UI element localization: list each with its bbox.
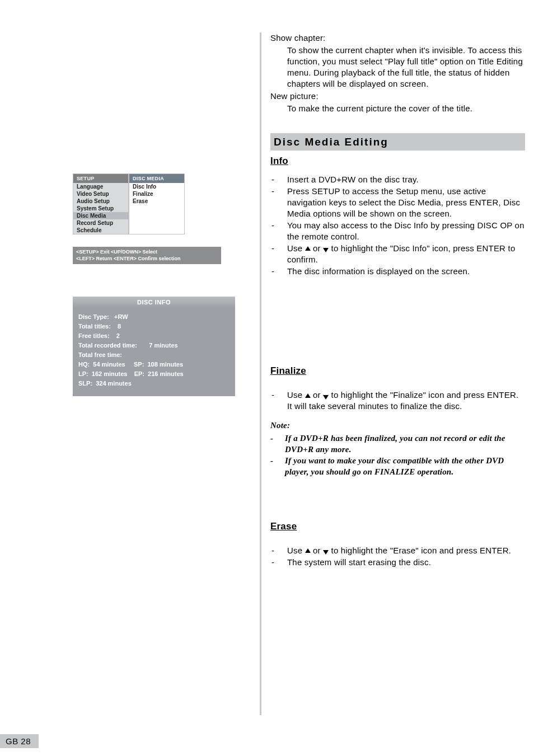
list-item-text: Use or to highlight the "Finalize" icon …: [287, 389, 525, 412]
note-block: Note: -If a DVD+R has been finalized, yo…: [270, 420, 525, 477]
arrow-down-icon: [323, 248, 329, 252]
note-list: -If a DVD+R has been finalized, you can …: [270, 433, 525, 478]
finalize-list: -Use or to highlight the "Finalize" icon…: [270, 389, 525, 412]
note-item-text: If you want to make your disc compatible…: [285, 455, 525, 478]
dash: -: [270, 433, 285, 456]
menu-item: Schedule: [73, 227, 128, 234]
list-item-text: Use or to highlight the "Erase" icon and…: [287, 545, 525, 556]
dash: -: [270, 174, 287, 185]
info-line: Total free time:: [78, 350, 229, 360]
finalize-heading: Finalize: [270, 365, 306, 378]
erase-heading: Erase: [270, 520, 297, 533]
list-item: -Use or to highlight the "Erase" icon an…: [270, 545, 525, 556]
menu-item: Video Setup: [73, 190, 128, 198]
dash: -: [270, 220, 287, 242]
arrow-up-icon: [305, 393, 311, 398]
disc-info-figure: DISC INFO Disc Type: +RW Total titles: 8…: [73, 297, 235, 396]
disc-info-body: Disc Type: +RW Total titles: 8 Free titl…: [73, 308, 235, 396]
hint-line: <LEFT> Return <ENTER> Confirm selection: [76, 256, 218, 262]
arrow-down-icon: [323, 395, 329, 400]
menu-item: Record Setup: [73, 219, 128, 227]
list-item: -The system will start erasing the disc.: [270, 557, 525, 568]
dash: -: [270, 389, 287, 412]
info-line: Disc Type: +RW: [78, 312, 229, 322]
right-column: Show chapter: To show the current chapte…: [260, 32, 525, 715]
show-chapter-body: To show the current chapter when it's in…: [270, 45, 525, 90]
section-title-bar: Disc Media Editing: [270, 133, 525, 151]
list-item-text: The system will start erasing the disc.: [287, 557, 525, 568]
menu-item: System Setup: [73, 205, 128, 212]
list-item: -Insert a DVD+RW on the disc tray.: [270, 174, 525, 185]
dash: -: [270, 557, 287, 568]
new-picture-body: To make the current picture the cover of…: [270, 103, 525, 114]
list-item: -You may also access to the Disc Info by…: [270, 220, 525, 242]
info-heading: Info: [270, 155, 288, 168]
manual-page: SETUP Language Video Setup Audio Setup S…: [0, 0, 534, 756]
arrow-down-icon: [323, 550, 329, 555]
disc-info-header: DISC INFO: [73, 297, 235, 308]
list-item-text: You may also access to the Disc Info by …: [287, 220, 525, 242]
menu-hints: <SETUP> Exit <UP/DOWN> Select <LEFT> Ret…: [73, 247, 221, 264]
info-list: -Insert a DVD+RW on the disc tray.-Press…: [270, 174, 525, 276]
new-picture-label: New picture:: [270, 91, 525, 102]
dash: -: [270, 455, 285, 478]
dash: -: [270, 545, 287, 556]
note-item: -If you want to make your disc compatibl…: [270, 455, 525, 478]
list-item-text: The disc information is displayed on the…: [287, 266, 525, 277]
setup-menu-right-list: Disc Info Finalize Erase: [129, 183, 184, 205]
setup-menu-left-col: SETUP Language Video Setup Audio Setup S…: [73, 173, 129, 234]
list-item: -Use or to highlight the "Finalize" icon…: [270, 389, 525, 412]
info-line: HQ: 54 minutes SP: 108 minutes: [78, 360, 229, 369]
menu-item: Disc Info: [129, 183, 184, 190]
info-line: LP: 162 minutes EP: 216 minutes: [78, 369, 229, 379]
list-item-text: Use or to highlight the "Disc Info" icon…: [287, 243, 525, 265]
list-item-text: Press SETUP to access the Setup menu, us…: [287, 186, 525, 219]
dash: -: [270, 243, 287, 265]
menu-item: Erase: [129, 198, 184, 205]
arrow-up-icon: [305, 246, 311, 251]
setup-menu-left-header: SETUP: [73, 174, 128, 183]
info-line: Total recorded time: 7 minutes: [78, 341, 229, 350]
info-line: Total titles: 8: [78, 322, 229, 331]
note-item: -If a DVD+R has been finalized, you can …: [270, 433, 525, 456]
info-line: SLP: 324 minutes: [78, 379, 229, 388]
menu-item: Language: [73, 183, 128, 190]
list-item-text: Insert a DVD+RW on the disc tray.: [287, 174, 525, 185]
dash: -: [270, 266, 287, 277]
hint-line: <SETUP> Exit <UP/DOWN> Select: [76, 249, 218, 256]
setup-menu-figure: SETUP Language Video Setup Audio Setup S…: [73, 173, 235, 264]
show-chapter-label: Show chapter:: [270, 32, 525, 44]
list-item: -The disc information is displayed on th…: [270, 266, 525, 277]
dash: -: [270, 186, 287, 219]
menu-item: Finalize: [129, 190, 184, 198]
note-label: Note:: [270, 420, 525, 431]
list-item: -Press SETUP to access the Setup menu, u…: [270, 186, 525, 219]
erase-list: -Use or to highlight the "Erase" icon an…: [270, 545, 525, 568]
list-item: -Use or to highlight the "Disc Info" ico…: [270, 243, 525, 265]
page-number: GB 28: [0, 734, 39, 748]
setup-menu-left-list: Language Video Setup Audio Setup System …: [73, 183, 128, 234]
menu-item: Audio Setup: [73, 198, 128, 205]
menu-item-selected: Disc Media: [73, 212, 128, 219]
setup-menu-right-col: DISC MEDIA Disc Info Finalize Erase: [129, 173, 185, 234]
info-line: Free titles: 2: [78, 331, 229, 341]
note-item-text: If a DVD+R has been finalized, you can n…: [285, 433, 525, 456]
setup-menu-right-header: DISC MEDIA: [129, 174, 184, 183]
arrow-up-icon: [305, 548, 311, 553]
